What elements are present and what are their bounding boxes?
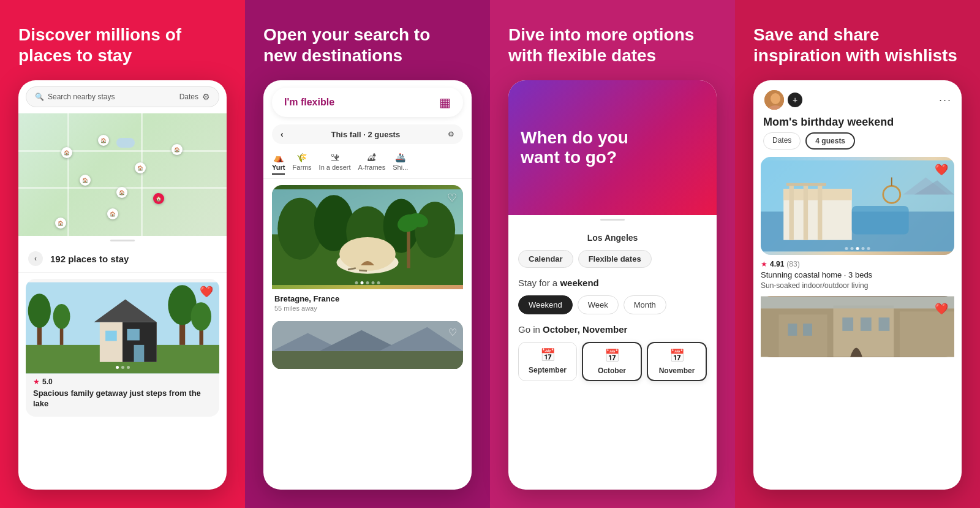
map-cloud	[116, 138, 135, 148]
heart-button[interactable]: ❤️	[935, 302, 948, 316]
stay-label: Stay for a weekend	[518, 278, 707, 288]
tab-flexible[interactable]: Flexible dates	[578, 250, 652, 268]
svg-rect-57	[788, 324, 797, 336]
map-road	[141, 113, 143, 236]
map-pin[interactable]: 🏠	[107, 208, 118, 219]
svg-rect-59	[842, 317, 853, 331]
svg-rect-46	[786, 183, 826, 186]
filter-icon[interactable]: ⚙	[202, 92, 210, 102]
when-question: When do you want to go?	[521, 128, 704, 167]
back-button[interactable]: ‹	[28, 251, 43, 266]
heart-filled-icon: ❤️	[200, 286, 213, 298]
search-bar[interactable]: 🔍 Search nearby stays Dates ⚙	[26, 86, 219, 107]
image-dots	[845, 247, 870, 250]
dates-pill[interactable]: Dates	[763, 132, 801, 150]
add-guest-button[interactable]: +	[788, 93, 802, 107]
desert-icon: 🏜	[331, 153, 339, 162]
go-in-label: Go in October, November	[518, 324, 707, 335]
duration-week[interactable]: Week	[578, 295, 619, 314]
map-pin[interactable]: 🏠	[80, 175, 91, 186]
more-icon: 🚢	[395, 153, 405, 162]
flexible-label: I'm flexible	[284, 97, 334, 108]
svg-rect-60	[861, 317, 872, 331]
grid-icon: ▦	[439, 95, 451, 110]
map-pin[interactable]: 🏠	[98, 135, 109, 146]
svg-rect-47	[852, 206, 909, 234]
yurt-icon: ⛺	[273, 153, 284, 162]
listing-info: Bretagne, France 55 miles away	[272, 289, 463, 314]
category-aframes[interactable]: 🏕 A-frames	[358, 153, 386, 175]
listing-card[interactable]: ♡ Bretagne, France 55 miles away	[272, 185, 463, 314]
map-pin[interactable]: 🏠	[135, 162, 146, 173]
sub-search-bar[interactable]: ‹ This fall · 2 guests ⚙	[272, 124, 463, 144]
dot-2	[121, 366, 124, 369]
dot	[372, 281, 375, 284]
svg-rect-55	[834, 306, 894, 357]
cat-label: A-frames	[358, 164, 386, 171]
month-october[interactable]: 📅 October	[582, 342, 642, 381]
duration-month[interactable]: Month	[624, 295, 666, 314]
image-dots	[26, 366, 219, 369]
plus-icon: +	[793, 95, 797, 105]
svg-rect-43	[789, 183, 793, 240]
map-road	[67, 113, 69, 236]
back-arrow-icon[interactable]: ‹	[281, 129, 284, 139]
map-pin[interactable]: 🏠	[55, 218, 66, 229]
duration-weekend[interactable]: Weekend	[518, 295, 573, 314]
map-pin-active[interactable]: 🏠	[153, 193, 164, 204]
dot	[845, 247, 848, 250]
more-options-button[interactable]: ···	[939, 94, 952, 107]
phone-mockup-1: 🔍 Search nearby stays Dates ⚙ 🏠 🏠 🏠 🏠 🏠	[18, 80, 227, 490]
panel4-headline: Save and share inspiration with wishlist…	[753, 25, 962, 66]
dot	[862, 247, 865, 250]
month-november[interactable]: 📅 November	[647, 342, 707, 381]
drag-handle	[110, 240, 135, 241]
flexible-bar[interactable]: I'm flexible ▦	[272, 88, 463, 117]
svg-point-3	[28, 294, 51, 328]
back-arrow-icon: ‹	[34, 254, 37, 263]
cat-label: Yurt	[272, 164, 285, 171]
cat-label: Farms	[292, 164, 311, 171]
month-name: October	[598, 366, 626, 375]
search-bar-right: Dates ⚙	[179, 92, 210, 102]
dot-1	[116, 366, 119, 369]
stay-prefix: Stay for a	[518, 278, 560, 288]
heart-filled-icon: ❤️	[935, 164, 948, 176]
map-pin[interactable]: 🏠	[116, 187, 127, 198]
map-area: 🏠 🏠 🏠 🏠 🏠 🏠 🏠 🏠 🏠	[18, 113, 227, 236]
dot	[377, 281, 380, 284]
listing-card-2[interactable]: ♡	[272, 320, 463, 370]
svg-rect-61	[879, 317, 890, 331]
category-more[interactable]: 🚢 Shi...	[393, 153, 408, 175]
heart-outline-icon: ♡	[447, 192, 457, 204]
filter-icon[interactable]: ⚙	[448, 130, 454, 138]
property-description: Stunning coastal home · 3 beds Sun-soake…	[753, 270, 962, 296]
property-title: Spacious family getaway just steps from …	[33, 389, 212, 409]
dot	[355, 281, 358, 284]
calendar-icon: 📅	[669, 348, 685, 363]
map-pin[interactable]: 🏠	[61, 147, 72, 158]
category-desert[interactable]: 🏜 In a desert	[319, 153, 351, 175]
heart-button[interactable]: ❤️	[935, 163, 948, 176]
cat-label: Shi...	[393, 164, 408, 171]
phone-mockup-4: + ··· Mom's birthday weekend Dates 4 gue…	[753, 80, 962, 490]
category-farms[interactable]: 🌾 Farms	[292, 153, 311, 175]
heart-button[interactable]: ❤️	[200, 285, 213, 298]
heart-button[interactable]: ♡	[448, 327, 457, 338]
dot-active	[856, 247, 859, 250]
map-pin[interactable]: 🏠	[172, 144, 183, 155]
dot	[851, 247, 854, 250]
heart-button[interactable]: ♡	[447, 191, 457, 205]
star-icon: ★	[761, 260, 767, 268]
category-yurt[interactable]: ⛺ Yurt	[272, 153, 285, 175]
wishlist-property-image-1[interactable]: ❤️	[761, 157, 954, 255]
phone-mockup-2: I'm flexible ▦ ‹ This fall · 2 guests ⚙ …	[263, 80, 472, 490]
property-card[interactable]: ❤️ ★ 5.0 Spacious family getaway just st…	[26, 279, 219, 417]
wishlist-title: Mom's birthday weekend	[753, 116, 962, 132]
avatar-group: +	[763, 89, 802, 111]
wishlist-pills: Dates 4 guests	[753, 132, 962, 157]
tab-calendar[interactable]: Calendar	[518, 250, 573, 268]
month-september[interactable]: 📅 September	[518, 342, 577, 381]
wishlist-property-image-2[interactable]: ❤️	[761, 296, 954, 357]
guests-pill[interactable]: 4 guests	[805, 132, 855, 150]
